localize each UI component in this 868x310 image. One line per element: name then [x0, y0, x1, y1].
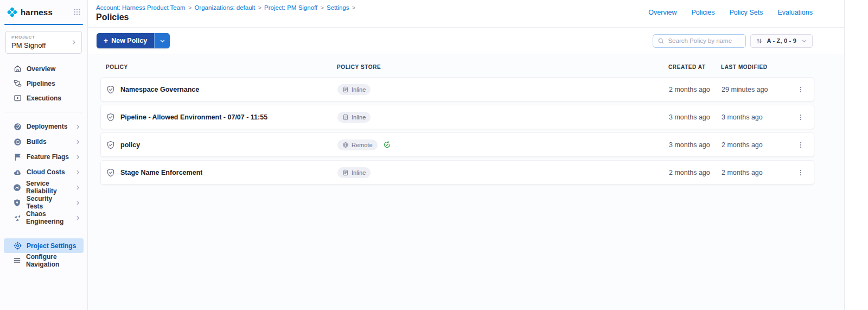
apps-grid-icon[interactable] — [73, 8, 81, 16]
logo-row: harness — [0, 0, 87, 24]
policy-name: Stage Name Enforcement — [120, 169, 202, 176]
pipelines-icon — [13, 79, 22, 87]
deployments-icon — [13, 123, 22, 131]
sidebar-item-cloud-costs[interactable]: $Cloud Costs — [0, 165, 87, 180]
harness-logo-icon — [7, 7, 17, 17]
chaos-icon — [13, 214, 21, 222]
policy-store-badge: Inline — [337, 84, 371, 95]
policy-store-label: Inline — [352, 86, 366, 93]
gear-icon — [13, 242, 22, 250]
flag-icon — [13, 153, 22, 161]
menu-icon — [13, 256, 21, 264]
breadcrumb-link-settings[interactable]: Settings — [327, 4, 349, 11]
inline-store-icon — [342, 114, 349, 121]
last-modified-value: 2 months ago — [722, 169, 793, 176]
breadcrumb-separator: > — [186, 4, 195, 11]
breadcrumb: Account: Harness Product Team>Organizati… — [96, 4, 358, 11]
remote-store-icon — [342, 142, 349, 148]
policy-store-label: Remote — [352, 142, 373, 148]
created-at-value: 3 months ago — [669, 113, 722, 121]
top-nav-evaluations[interactable]: Evaluations — [777, 9, 813, 16]
search-icon — [658, 37, 665, 45]
policy-name: Namespace Governance — [120, 86, 199, 93]
policy-name: policy — [120, 141, 140, 149]
sort-arrows-icon — [756, 37, 763, 45]
policy-shield-check-icon — [106, 168, 115, 177]
chevron-right-icon — [75, 139, 81, 145]
created-at-value: 3 months ago — [669, 141, 722, 149]
new-policy-split-button: + New Policy — [97, 33, 170, 48]
row-menu-button[interactable] — [793, 167, 808, 179]
policy-row-stage-name-enforcement[interactable]: Stage Name EnforcementInline2 months ago… — [100, 160, 814, 185]
sidebar-item-label: Configure Navigation — [26, 253, 81, 268]
policy-row-pipeline-allowed-environment-07-07-11-55[interactable]: Pipeline - Allowed Environment - 07/07 -… — [100, 105, 814, 129]
inline-store-icon — [342, 86, 349, 93]
policy-row-policy[interactable]: policyRemote3 months ago2 months ago — [100, 132, 814, 157]
project-selector[interactable]: PROJECT PM Signoff — [5, 31, 82, 54]
sidebar-item-chaos-engineering[interactable]: Chaos Engineering — [0, 210, 87, 225]
chevron-right-icon — [75, 154, 81, 160]
project-label: PROJECT — [11, 35, 71, 40]
builds-icon — [13, 138, 22, 146]
sidebar: harness PROJECT PM Signoff OverviewPipel… — [0, 0, 88, 310]
nav-active-underline — [4, 24, 83, 25]
main-content: Account: Harness Product Team>Organizati… — [88, 0, 844, 310]
sidebar-item-deployments[interactable]: Deployments — [0, 119, 87, 134]
svg-text:$: $ — [16, 170, 18, 174]
policy-row-namespace-governance[interactable]: Namespace GovernanceInline2 months ago29… — [100, 77, 814, 102]
search-box — [653, 34, 746, 48]
col-created-at: CREATED AT — [668, 64, 721, 70]
policy-store-badge: Remote — [337, 140, 378, 150]
breadcrumb-separator: > — [255, 4, 264, 11]
sidebar-item-feature-flags[interactable]: Feature Flags — [0, 149, 87, 165]
sidebar-item-service-reliability[interactable]: Service Reliability — [0, 180, 87, 195]
top-nav-policies[interactable]: Policies — [691, 9, 714, 16]
row-menu-button[interactable] — [793, 139, 808, 151]
harness-app: harness PROJECT PM Signoff OverviewPipel… — [0, 0, 868, 310]
page-title: Policies — [96, 12, 358, 22]
col-policy-store: POLICY STORE — [337, 64, 668, 70]
sidebar-item-pipelines[interactable]: Pipelines — [0, 76, 87, 91]
cloud-icon: $ — [13, 168, 22, 176]
new-policy-dropdown-button[interactable] — [154, 33, 170, 48]
row-menu-button[interactable] — [793, 84, 808, 96]
policy-store-badge: Inline — [337, 112, 371, 123]
sidebar-item-label: Service Reliability — [26, 180, 70, 195]
sidebar-item-builds[interactable]: Builds — [0, 134, 87, 149]
breadcrumb-separator: > — [349, 4, 359, 11]
breadcrumb-link-project-pm-signoff[interactable]: Project: PM Signoff — [264, 4, 317, 11]
sidebar-item-label: Deployments — [27, 123, 67, 130]
new-policy-button[interactable]: + New Policy — [97, 33, 154, 48]
sidebar-item-label: Builds — [27, 138, 47, 145]
sidebar-item-label: Pipelines — [27, 80, 55, 87]
sync-status-icon — [383, 141, 391, 149]
sidebar-item-label: Security Tests — [27, 195, 70, 210]
chevron-right-icon — [75, 185, 81, 191]
inline-store-icon — [342, 169, 349, 176]
breadcrumb-link-organizations-default[interactable]: Organizations: default — [194, 4, 255, 11]
breadcrumb-separator: > — [317, 4, 327, 11]
row-menu-button[interactable] — [793, 111, 808, 123]
toolbar: + New Policy A - Z, — [88, 28, 844, 54]
top-nav-overview[interactable]: Overview — [648, 9, 676, 16]
search-input[interactable] — [668, 37, 741, 44]
sidebar-item-label: Project Settings — [27, 242, 76, 250]
sidebar-item-project-settings[interactable]: Project Settings — [4, 238, 84, 253]
sidebar-item-label: Chaos Engineering — [26, 210, 70, 225]
chevron-right-icon — [75, 200, 81, 206]
top-nav-policy-sets[interactable]: Policy Sets — [730, 9, 763, 16]
sort-dropdown[interactable]: A - Z, 0 - 9 — [750, 34, 813, 48]
sidebar-item-overview[interactable]: Overview — [0, 61, 87, 76]
top-nav: OverviewPoliciesPolicy SetsEvaluations — [648, 9, 813, 16]
reliability-icon — [13, 184, 21, 192]
sidebar-item-configure-navigation[interactable]: Configure Navigation — [0, 253, 87, 268]
created-at-value: 2 months ago — [669, 86, 722, 93]
breadcrumb-link-account-harness-product-team[interactable]: Account: Harness Product Team — [96, 4, 186, 11]
col-last-modified: LAST MODIFIED — [721, 64, 794, 70]
sidebar-item-label: Cloud Costs — [27, 168, 65, 176]
sidebar-item-security-tests[interactable]: Security Tests — [0, 195, 87, 210]
brand-name: harness — [21, 8, 53, 17]
right-gutter — [844, 0, 868, 310]
sidebar-item-executions[interactable]: Executions — [0, 91, 87, 105]
sidebar-item-label: Executions — [27, 94, 61, 102]
